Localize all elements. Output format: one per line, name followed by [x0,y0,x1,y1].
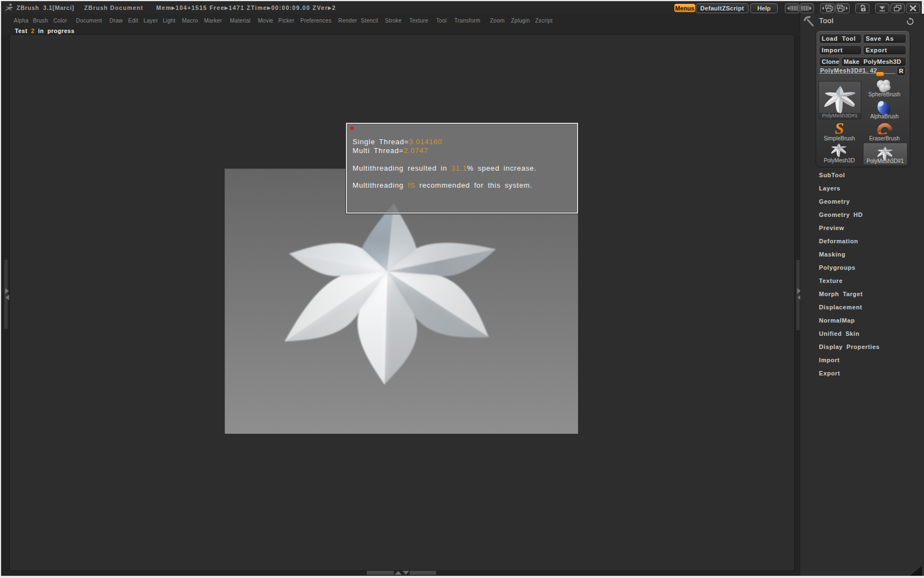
svg-text:S: S [835,121,844,136]
